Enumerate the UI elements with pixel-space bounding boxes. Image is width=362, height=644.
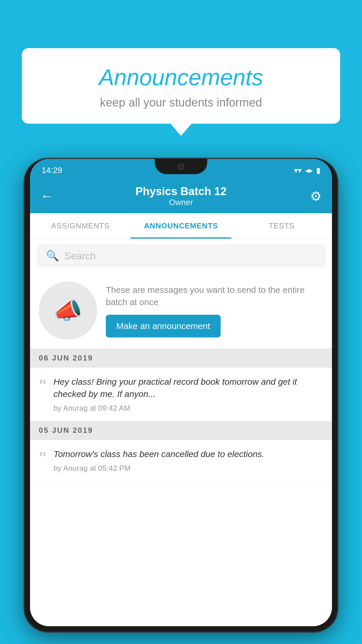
camera bbox=[178, 163, 184, 170]
status-icons: ▾▾ ◂▸ ▮ bbox=[294, 166, 320, 175]
announcement-item-1: " Hey class! Bring your practical record… bbox=[30, 368, 332, 421]
promo-content: These are messages you want to send to t… bbox=[106, 284, 323, 337]
tab-announcements[interactable]: ANNOUNCEMENTS bbox=[131, 213, 231, 239]
announcement-text-1: Hey class! Bring your practical record b… bbox=[54, 376, 323, 400]
megaphone-icon: 📣 bbox=[53, 297, 82, 324]
bubble-subtitle: keep all your students informed bbox=[39, 96, 323, 109]
date-separator-1: 06 JUN 2019 bbox=[30, 349, 332, 368]
settings-icon[interactable]: ⚙ bbox=[304, 189, 321, 204]
phone-frame: 14:29 ▾▾ ◂▸ ▮ ← Physics Batch 12 Owner ⚙ bbox=[25, 159, 337, 631]
announcement-content-1: Hey class! Bring your practical record b… bbox=[54, 376, 323, 413]
announcement-meta-1: by Anurag at 09:42 AM bbox=[54, 404, 323, 413]
content-area: 🔍 Search 📣 These are messages you want t… bbox=[30, 239, 332, 626]
quote-icon-2: " bbox=[39, 449, 47, 466]
tab-tests[interactable]: TESTS bbox=[231, 213, 332, 239]
battery-icon: ▮ bbox=[316, 166, 320, 175]
app-bar-subtitle: Owner bbox=[58, 198, 304, 207]
app-bar-title: Physics Batch 12 bbox=[58, 185, 304, 198]
phone-container: 14:29 ▾▾ ◂▸ ▮ ← Physics Batch 12 Owner ⚙ bbox=[25, 159, 337, 644]
announcement-promo: 📣 These are messages you want to send to… bbox=[30, 273, 332, 349]
search-bar[interactable]: 🔍 Search bbox=[37, 245, 325, 267]
announcement-content-2: Tomorrow's class has been cancelled due … bbox=[54, 448, 323, 473]
app-bar-title-container: Physics Batch 12 Owner bbox=[58, 185, 304, 207]
app-bar: ← Physics Batch 12 Owner ⚙ bbox=[30, 179, 332, 213]
bubble-title: Announcements bbox=[39, 64, 323, 91]
promo-description: These are messages you want to send to t… bbox=[106, 284, 323, 308]
back-button[interactable]: ← bbox=[41, 189, 58, 203]
status-time: 14:29 bbox=[42, 166, 62, 175]
search-icon: 🔍 bbox=[46, 250, 59, 262]
wifi-icon: ▾▾ bbox=[294, 166, 302, 175]
phone-screen: 14:29 ▾▾ ◂▸ ▮ ← Physics Batch 12 Owner ⚙ bbox=[30, 159, 332, 626]
announcement-icon-circle: 📣 bbox=[39, 281, 97, 340]
announcement-text-2: Tomorrow's class has been cancelled due … bbox=[54, 448, 323, 460]
speech-bubble-container: Announcements keep all your students inf… bbox=[22, 48, 340, 124]
signal-icon: ◂▸ bbox=[305, 166, 313, 175]
announcement-meta-2: by Anurag at 05:42 PM bbox=[54, 464, 323, 473]
date-separator-2: 05 JUN 2019 bbox=[30, 421, 332, 440]
notch bbox=[155, 159, 207, 174]
announcement-item-2: " Tomorrow's class has been cancelled du… bbox=[30, 440, 332, 481]
tab-bar: ASSIGNMENTS ANNOUNCEMENTS TESTS bbox=[30, 213, 332, 239]
search-placeholder: Search bbox=[64, 250, 96, 262]
speech-bubble: Announcements keep all your students inf… bbox=[22, 48, 340, 124]
search-container: 🔍 Search bbox=[30, 239, 332, 273]
make-announcement-button[interactable]: Make an announcement bbox=[106, 315, 221, 337]
tab-assignments[interactable]: ASSIGNMENTS bbox=[30, 213, 131, 239]
quote-icon-1: " bbox=[39, 377, 47, 393]
